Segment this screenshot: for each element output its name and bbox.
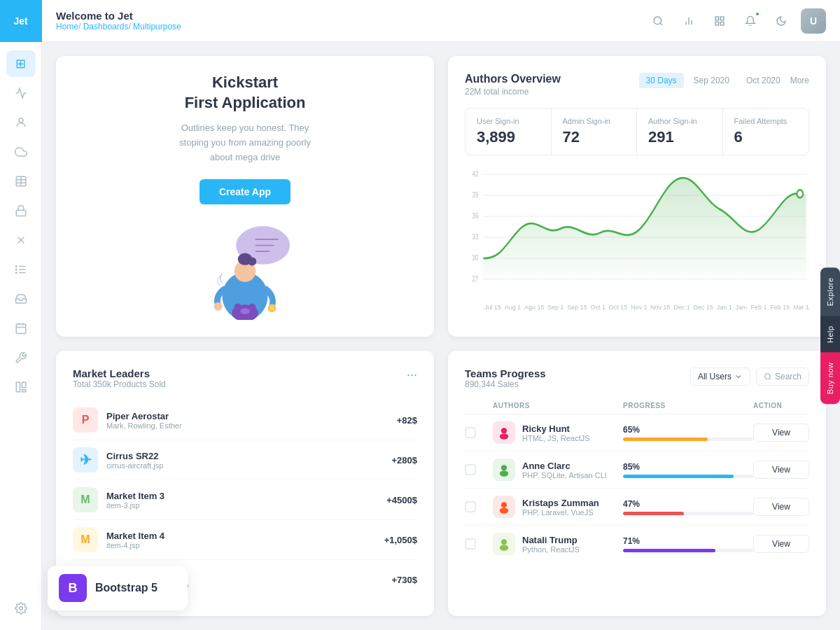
sidebar-item-layout[interactable] [6, 374, 36, 400]
explore-button[interactable]: Explore [820, 267, 840, 316]
svg-point-21 [19, 607, 22, 610]
user-avatar[interactable]: U [801, 8, 826, 34]
teams-avatar-ricky [493, 421, 515, 444]
svg-point-72 [501, 539, 507, 545]
market-name-4: Market Item 4 [106, 531, 384, 541]
breadcrumb-current: Multipurpose [133, 22, 181, 31]
help-button[interactable]: Help [820, 316, 840, 353]
breadcrumb-dashboards[interactable]: Dashboards [83, 22, 129, 31]
bootstrap-badge: B Bootstrap 5 [48, 566, 188, 610]
search-icon[interactable] [647, 10, 669, 32]
teams-checkbox-natali[interactable] [465, 538, 476, 550]
teams-checkbox-ricky[interactable] [465, 427, 476, 438]
svg-point-13 [15, 272, 17, 274]
svg-point-46 [240, 308, 250, 314]
progress-ricky: 65% [623, 425, 753, 441]
date-tabs: 30 Days Sep 2020 Oct 2020 More [639, 73, 809, 88]
teams-checkbox-anne[interactable] [465, 464, 476, 475]
view-button-anne[interactable]: View [753, 461, 809, 479]
svg-rect-27 [715, 17, 719, 20]
sidebar-item-table[interactable] [6, 168, 36, 195]
date-tab-oct[interactable]: Oct 2020 [739, 73, 788, 88]
sidebar-item-dashboard[interactable]: ⊞ [6, 50, 36, 77]
bootstrap-label: Bootstrap 5 [95, 582, 158, 594]
svg-point-39 [248, 257, 256, 265]
stat-label-admin: Admin Sign-in [563, 117, 626, 125]
svg-point-40 [214, 302, 223, 310]
teams-controls: All Users Search [690, 368, 809, 386]
topbar: Welcome to Jet Home/ Dashboards/ Multipu… [42, 0, 840, 42]
buy-now-button[interactable]: Buy now [820, 353, 840, 405]
teams-search[interactable]: Search [756, 368, 809, 386]
market-logo-cirrus: ✈ [73, 447, 98, 472]
market-sub-cirrus: cirrus-aircraft.jsp [106, 461, 391, 470]
date-tab-sep[interactable]: Sep 2020 [687, 73, 736, 88]
col-progress: PROGRESS [623, 402, 753, 410]
svg-point-45 [248, 303, 255, 310]
market-item: ✈ Cirrus SR22 cirrus-aircraft.jsp +280$ [73, 440, 417, 480]
market-item: M Market Item 4 item-4.jsp +1,050$ [73, 520, 417, 560]
view-button-natali[interactable]: View [753, 535, 809, 553]
teams-table-header: AUTHORS PROGRESS ACTION [465, 398, 809, 414]
view-button-ricky[interactable]: View [753, 424, 809, 442]
teams-user-select[interactable]: All Users [690, 368, 750, 386]
stat-author-signin: Author Sign-in 291 [637, 108, 723, 155]
svg-point-12 [15, 269, 17, 270]
sidebar-item-chart[interactable] [6, 80, 36, 106]
more-link[interactable]: More [790, 76, 809, 85]
svg-line-23 [660, 23, 662, 25]
sidebar-item-list[interactable] [6, 256, 36, 283]
svg-rect-30 [720, 22, 724, 25]
teams-row: Anne Clarc PHP, SQLite, Artisan CLI 85% … [465, 451, 809, 489]
sidebar-item-close[interactable] [6, 227, 36, 253]
teams-header: Teams Progress 890,344 Sales All Users S… [465, 368, 809, 389]
breadcrumb-home[interactable]: Home [56, 22, 78, 31]
progress-natali: 71% [623, 536, 753, 552]
welcome-card: KickstartFirst Application Outlines keep… [56, 56, 434, 337]
sidebar-item-tools[interactable] [6, 344, 36, 371]
notification-icon[interactable] [739, 10, 762, 32]
sidebar-item-lock[interactable] [6, 197, 36, 224]
chart-x-labels: Jul 15Aug 1Agu 15Sep 1Sep 15Oct 1Oct 15N… [465, 304, 809, 311]
svg-text:39: 39 [472, 192, 479, 200]
moon-icon[interactable] [770, 10, 792, 32]
main-content: KickstartFirst Application Outlines keep… [42, 42, 840, 630]
sidebar-item-user[interactable] [6, 109, 36, 136]
sidebar: Jet ⊞ [0, 0, 42, 630]
sidebar-item-calendar[interactable] [6, 315, 36, 342]
svg-rect-18 [16, 382, 20, 392]
authors-header: Authors Overview 22M total income 30 Day… [465, 73, 809, 97]
welcome-title: KickstartFirst Application [185, 73, 306, 113]
authors-title: Authors Overview 22M total income [465, 73, 561, 97]
market-subtitle: Total 350k Products Sold [73, 379, 166, 389]
grid-icon[interactable] [708, 10, 731, 32]
view-button-kristaps[interactable]: View [753, 498, 809, 516]
svg-text:33: 33 [472, 234, 479, 241]
market-sub-piper: Mark, Rowling, Esther [106, 421, 397, 430]
welcome-illustration [182, 218, 308, 320]
authors-title-text: Authors Overview [465, 73, 561, 85]
svg-point-59 [797, 190, 803, 197]
date-tab-30days[interactable]: 30 Days [639, 73, 684, 88]
stat-admin-signin: Admin Sign-in 72 [552, 108, 638, 155]
svg-point-0 [19, 118, 23, 122]
market-name-3: Market Item 3 [106, 491, 386, 501]
svg-point-66 [501, 465, 507, 470]
sidebar-item-settings[interactable] [6, 595, 36, 622]
notification-dot [755, 11, 760, 17]
svg-point-63 [501, 428, 507, 433]
sidebar-item-inbox[interactable] [6, 286, 36, 312]
create-app-button[interactable]: Create App [200, 179, 290, 204]
svg-point-60 [764, 374, 770, 379]
teams-checkbox-kristaps[interactable] [465, 501, 476, 512]
market-more-icon[interactable]: ··· [407, 368, 417, 382]
market-logo-piper: P [73, 407, 98, 433]
svg-text:30: 30 [472, 255, 479, 262]
page-title: Welcome to Jet [56, 10, 638, 22]
sidebar-logo[interactable]: Jet [0, 0, 42, 42]
chart-icon[interactable] [678, 10, 700, 32]
svg-rect-19 [22, 382, 25, 388]
sidebar-item-cloud[interactable] [6, 139, 36, 165]
teams-author-natali: Natali Trump Python, ReactJS [493, 533, 623, 555]
stat-value-failed: 6 [734, 128, 798, 146]
